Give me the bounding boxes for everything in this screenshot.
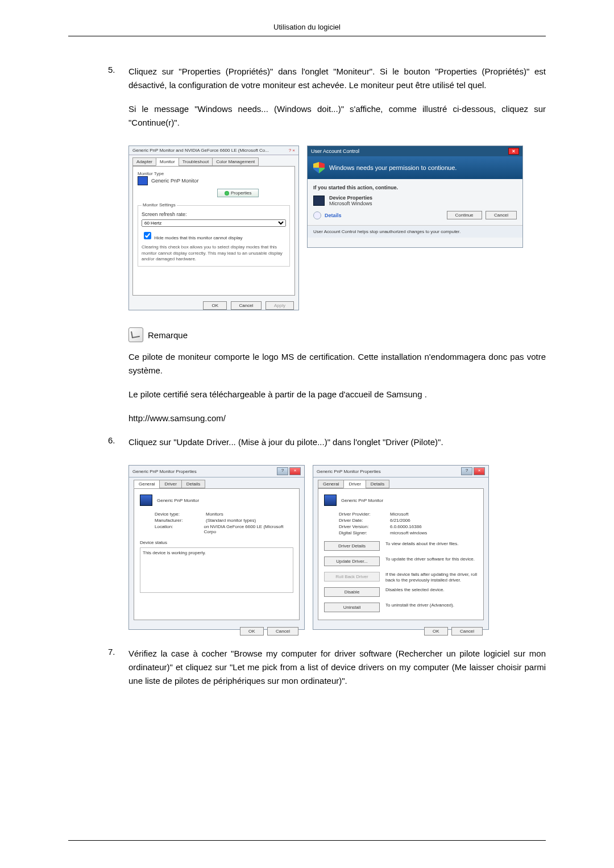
window-controls[interactable]: ?× [277,467,301,475]
rollback-driver-button: Roll Back Driver [324,572,380,582]
ok-button[interactable]: OK [203,301,227,310]
devtype-k: Device type: [155,512,206,517]
screenshot-row-2: Generic PnP Monitor Properties ?× Genera… [128,465,546,630]
refresh-rate-select[interactable]: 60 Hertz [142,219,286,227]
tab-general[interactable]: General [318,480,344,488]
monitor-icon [138,176,148,185]
properties-driver-dialog: Generic PnP Monitor Properties ?× Genera… [313,465,489,630]
list-item-5: 5. Cliquez sur "Properties (Propriétés)"… [108,65,546,140]
list-number: 7. [108,647,128,698]
tab-details[interactable]: Details [181,480,205,488]
screenshot-row-1: Generic PnP Monitor and NVIDIA GeForce 6… [128,146,546,310]
manu-v: (Standard monitor types) [206,518,256,523]
manu-k: Manufacturer: [155,518,206,523]
tab-strip: Adapter Monitor Troubleshoot Color Manag… [129,155,298,166]
hide-modes-label: Hide modes that this monitor cannot disp… [154,235,242,240]
tab-troubleshoot[interactable]: Troubleshoot [179,157,213,166]
remarque-p1: Ce pilote de moniteur comporte le logo M… [128,350,546,377]
dialog-titlebar: Generic PnP Monitor and NVIDIA GeForce 6… [129,146,298,155]
hide-modes-help: Clearing this check box allows you to se… [142,244,286,262]
dialog-title: Generic PnP Monitor and NVIDIA GeForce 6… [132,148,269,153]
tab-adapter[interactable]: Adapter [132,157,156,166]
device-status-box: This device is working properly. [140,547,293,593]
continue-button[interactable]: Continue [447,211,482,219]
device-name: Generic PnP Monitor [341,498,383,503]
ok-button[interactable]: OK [424,627,448,636]
uac-cancel-button[interactable]: Cancel [486,211,517,219]
uac-details-link[interactable]: Details [325,213,342,218]
monitor-icon [140,495,152,506]
provider-k: Driver Provider: [339,512,390,517]
loc-k: Location: [155,524,204,534]
update-driver-desc: To update the driver software for this d… [385,556,478,570]
tab-details[interactable]: Details [366,480,389,488]
update-driver-button[interactable]: Update Driver... [324,556,380,566]
date-k: Driver Date: [339,518,390,523]
uac-headline: Windows needs your permission to contion… [329,164,457,171]
list-item-7: 7. Vérifiez la case à cocher "Browse my … [108,647,546,698]
close-icon[interactable]: × [508,148,519,155]
ok-button[interactable]: OK [240,627,264,636]
signer-k: Digital Signer: [339,530,390,535]
cancel-button[interactable]: Cancel [231,301,262,310]
step5-para2: Si le message "Windows needs... (Windows… [128,102,546,130]
uninstall-button[interactable]: Uninstall [324,603,380,612]
uac-footer: User Account Control helps stop unauthor… [308,225,522,238]
remarque-url: http://www.samsung.com/ [128,412,546,425]
monitor-name: Generic PnP Monitor [151,178,198,184]
properties-general-dialog: Generic PnP Monitor Properties ?× Genera… [128,465,305,630]
devtype-v: Monitors [206,512,223,517]
dialog-title: Generic PnP Monitor Properties [317,469,381,474]
uninstall-desc: To uninstall the driver (Advanced). [385,603,478,616]
page-header: Utilisation du logiciel [68,23,546,36]
monitor-icon [324,495,337,506]
list-number: 6. [108,435,128,459]
dialog-title: Generic PnP Monitor Properties [132,469,197,474]
uac-dialog: User Account Control × Windows needs you… [307,146,523,248]
tab-general[interactable]: General [134,480,160,488]
remarque-p2: Le pilote certifié sera téléchargeable à… [128,388,546,401]
properties-button[interactable]: Properties [217,189,259,197]
uac-started: If you started this action, continue. [313,185,517,190]
window-controls[interactable]: ?× [461,467,485,475]
disable-button[interactable]: Disable [324,587,380,597]
uac-title: User Account Control [311,148,359,154]
hide-modes-checkbox[interactable] [144,232,151,239]
remarque-label: Remarque [148,330,188,340]
refresh-rate-label: Screen refresh rate: [142,211,286,217]
tab-monitor[interactable]: Monitor [156,157,179,166]
list-number: 5. [108,65,128,140]
version-v: 6.0.6000.16386 [390,524,422,529]
cancel-button[interactable]: Cancel [267,627,298,636]
driver-details-button[interactable]: Driver Details [324,541,380,551]
device-name: Generic PnP Monitor [157,498,199,503]
tab-driver[interactable]: Driver [343,480,366,488]
disable-desc: Disables the selected device. [385,587,478,600]
step7-text: Vérifiez la case à cocher "Browse my com… [128,647,546,688]
device-status-label: Device status [140,540,293,545]
step5-para1: Cliquez sur "Properties (Propriétés)" da… [128,65,546,92]
cancel-button[interactable]: Cancel [451,627,483,636]
device-status-text: This device is working properly. [143,550,206,555]
window-controls[interactable]: ? × [289,148,295,153]
device-icon [313,196,325,206]
tab-driver[interactable]: Driver [159,480,181,488]
step6-text: Cliquez sur "Update Driver... (Mise à jo… [128,435,546,449]
monitor-type-label: Monitor Type [138,171,290,176]
date-v: 6/21/2006 [390,518,410,523]
monitor-settings-label: Monitor Settings [142,202,177,207]
note-icon [128,327,143,342]
rollback-driver-desc: If the device fails after updating the d… [385,572,478,585]
uac-device-properties: Device Properties [329,195,372,201]
signer-v: microsoft windows [390,530,427,535]
monitor-dialog: Generic PnP Monitor and NVIDIA GeForce 6… [128,146,299,310]
version-k: Driver Version: [339,524,390,529]
apply-button[interactable]: Apply [265,301,294,310]
footer-rule [68,840,546,841]
chevron-down-icon[interactable] [313,211,321,219]
loc-v: on NVIDIA GeForce 6600 LE (Microsoft Cor… [204,524,293,534]
uac-publisher: Microsoft Windows [329,201,372,206]
list-item-6: 6. Cliquez sur "Update Driver... (Mise à… [108,435,546,459]
shield-icon [313,162,325,173]
tab-color-management[interactable]: Color Management [212,157,259,166]
